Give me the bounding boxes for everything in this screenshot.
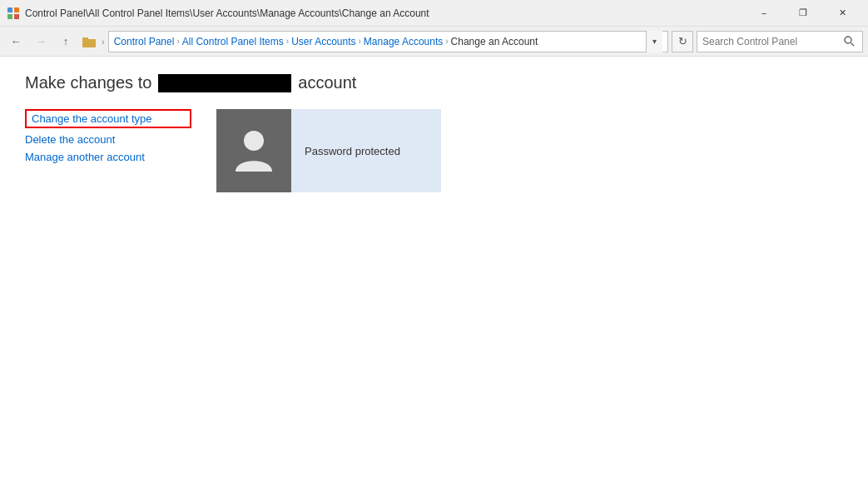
close-button[interactable]: ✕	[823, 0, 861, 27]
svg-rect-2	[7, 14, 12, 19]
svg-rect-1	[14, 7, 19, 12]
breadcrumb-separator-start: ›	[102, 37, 105, 47]
breadcrumb-trail: Control Panel › All Control Panel Items …	[114, 36, 642, 47]
title-bar-icon	[7, 7, 20, 20]
svg-rect-0	[7, 7, 12, 12]
title-bar-text: Control Panel\All Control Panel Items\Us…	[25, 7, 745, 19]
body-area: Change the account type Delete the accou…	[25, 109, 843, 192]
page-title-suffix: account	[298, 73, 356, 92]
svg-rect-4	[82, 39, 96, 47]
up-button[interactable]: ↑	[55, 31, 77, 52]
actions-list: Change the account type Delete the accou…	[25, 109, 191, 163]
manage-another-account-link[interactable]: Manage another account	[25, 151, 191, 163]
search-input[interactable]	[702, 36, 837, 47]
breadcrumb-all-items[interactable]: All Control Panel Items	[182, 36, 284, 47]
minimize-button[interactable]: −	[745, 0, 783, 27]
breadcrumb-user-accounts[interactable]: User Accounts	[291, 36, 355, 47]
svg-point-6	[845, 37, 851, 43]
title-bar-controls: − ❐ ✕	[745, 0, 861, 27]
change-account-type-link[interactable]: Change the account type	[25, 109, 191, 128]
page-title-row: Make changes to account	[25, 73, 843, 92]
forward-button[interactable]: →	[30, 31, 52, 52]
breadcrumb-manage-accounts[interactable]: Manage Accounts	[364, 36, 443, 47]
back-button[interactable]: ←	[5, 31, 27, 52]
address-input-wrapper[interactable]: Control Panel › All Control Panel Items …	[108, 31, 668, 52]
account-name-redacted	[158, 74, 291, 92]
account-card: Password protected	[216, 109, 441, 192]
address-dropdown-button[interactable]: ▾	[646, 31, 662, 52]
folder-icon	[82, 34, 97, 49]
refresh-button[interactable]: ↻	[672, 31, 693, 52]
title-bar: Control Panel\All Control Panel Items\Us…	[0, 0, 868, 27]
svg-point-8	[244, 131, 264, 151]
search-box[interactable]	[697, 31, 863, 52]
account-avatar	[216, 109, 291, 192]
page-title-prefix: Make changes to	[25, 73, 151, 92]
delete-account-link[interactable]: Delete the account	[25, 133, 191, 146]
search-icon[interactable]	[841, 33, 857, 50]
account-info: Password protected	[291, 145, 414, 157]
address-bar: ← → ↑ › Control Panel › All Control Pane…	[0, 27, 868, 57]
main-content: Make changes to account Change the accou…	[0, 57, 868, 483]
account-status: Password protected	[305, 145, 400, 157]
restore-button[interactable]: ❐	[784, 0, 822, 27]
svg-rect-3	[14, 14, 19, 19]
breadcrumb-current: Change an Account	[451, 36, 538, 47]
svg-rect-5	[82, 37, 88, 40]
svg-line-7	[851, 43, 854, 47]
breadcrumb-control-panel[interactable]: Control Panel	[114, 36, 175, 47]
